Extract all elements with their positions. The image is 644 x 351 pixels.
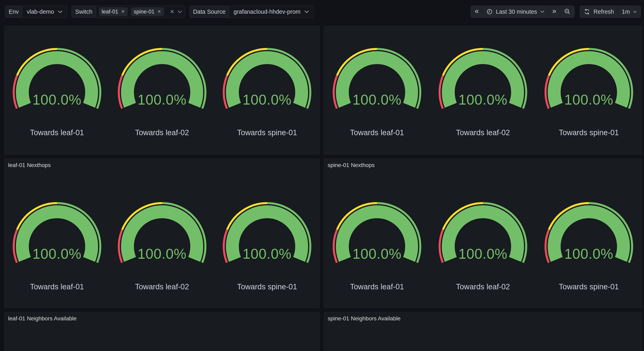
zoom-out-icon	[564, 9, 570, 15]
panel-title[interactable]: leaf-01 Neighbors Available	[4, 312, 320, 323]
gauge-cell: 100.0%Towards leaf-02	[430, 200, 536, 291]
refresh-icon	[584, 9, 590, 15]
gauge-label: Towards spine-01	[221, 128, 313, 137]
datasource-select[interactable]: grafanacloud-hhdev-prom	[229, 6, 313, 18]
refresh-interval-value: 1m	[622, 9, 630, 15]
gauge-row: 100.0%Towards leaf-01100.0%Towards leaf-…	[4, 170, 320, 291]
env-value: vlab-demo	[27, 9, 54, 15]
gauge-cell: 100.0%Towards spine-01	[214, 200, 320, 291]
gauge-cell: 100.0%Towards leaf-01	[324, 200, 430, 291]
dashboard-grid: 100.0%Towards leaf-01100.0%Towards leaf-…	[4, 26, 642, 351]
panel-uplinks-leaf: 100.0%Towards leaf-01100.0%Towards leaf-…	[4, 26, 320, 155]
gauge-label: Towards spine-01	[542, 282, 635, 291]
gauge-row: 100.0%Towards leaf-01100.0%Towards leaf-…	[324, 37, 642, 137]
gauge-label: Towards spine-01	[221, 282, 313, 291]
gauge-cell: 100.0%Towards leaf-02	[110, 46, 215, 137]
gauge-cell: 100.0%Towards leaf-02	[430, 46, 536, 137]
switch-tag-leaf-01[interactable]: leaf-01 ✕	[99, 7, 128, 16]
clock-icon	[486, 9, 492, 15]
panel-title[interactable]	[324, 26, 642, 37]
panel-title[interactable]: spine-01 Nexthops	[324, 159, 642, 170]
gauge: 100.0%Towards spine-01	[542, 46, 635, 137]
panel-uplinks-spine: 100.0%Towards leaf-01100.0%Towards leaf-…	[324, 26, 642, 155]
gauge: 100.0%Towards leaf-02	[436, 200, 529, 291]
chevron-down-icon	[58, 11, 62, 13]
panel-spine-nexthops: spine-01 Nexthops 100.0%Towards leaf-011…	[324, 159, 642, 308]
tag-close-icon[interactable]: ✕	[121, 10, 125, 14]
gauge: 100.0%Towards leaf-02	[436, 46, 529, 137]
gauge-label: Towards leaf-02	[436, 128, 529, 137]
tag-text: spine-01	[134, 9, 155, 15]
time-shift-back-button[interactable]: «	[471, 6, 482, 18]
gauge-value: 100.0%	[11, 93, 103, 107]
panel-leaf-nexthops: leaf-01 Nexthops 100.0%Towards leaf-0110…	[4, 159, 320, 308]
refresh-label: Refresh	[594, 9, 614, 15]
chevron-down-icon	[540, 11, 544, 13]
gauge-cell: 100.0%Towards leaf-01	[4, 46, 110, 137]
gauge-label: Towards leaf-02	[436, 282, 529, 291]
gauge-label: Towards leaf-01	[331, 282, 423, 291]
gauge-value: 100.0%	[11, 247, 103, 261]
panel-title[interactable]: leaf-01 Nexthops	[4, 159, 320, 170]
env-variable: Env vlab-demo	[5, 6, 67, 18]
variable-controls: Env vlab-demo Switch leaf-01 ✕ spine-01 …	[5, 6, 314, 18]
gauge-label: Towards leaf-02	[116, 282, 208, 291]
gauge-value: 100.0%	[542, 247, 635, 261]
panel-title[interactable]: spine-01 Neighbors Available	[324, 312, 642, 323]
time-range-label: Last 30 minutes	[496, 9, 537, 15]
gauge: 100.0%Towards spine-01	[221, 46, 313, 137]
refresh-button[interactable]: Refresh	[580, 6, 618, 18]
switch-tag-spine-01[interactable]: spine-01 ✕	[131, 7, 164, 16]
gauge-cell: 100.0%Towards leaf-01	[324, 46, 430, 137]
tag-text: leaf-01	[102, 9, 118, 15]
time-controls: « Last 30 minutes »	[470, 6, 641, 18]
gauge-value: 100.0%	[221, 247, 313, 261]
gauge: 100.0%Towards leaf-02	[116, 200, 208, 291]
panel-title[interactable]	[4, 26, 320, 37]
gauge-cell: 100.0%Towards leaf-02	[110, 200, 215, 291]
gauge-cell: 100.0%Towards spine-01	[536, 46, 642, 137]
refresh-group: Refresh 1m	[580, 6, 641, 18]
clear-all-icon[interactable]: ✕	[170, 9, 174, 14]
time-shift-forward-button[interactable]: »	[548, 6, 560, 18]
gauge-value: 100.0%	[221, 93, 313, 107]
gauge-label: Towards leaf-01	[331, 128, 423, 137]
panel-spine-neighbors: spine-01 Neighbors Available	[324, 312, 642, 351]
gauge-label: Towards spine-01	[542, 128, 635, 137]
chevron-down-icon	[304, 11, 309, 13]
datasource-value: grafanacloud-hhdev-prom	[234, 9, 300, 15]
gauge: 100.0%Towards leaf-02	[116, 46, 208, 137]
switch-select[interactable]: leaf-01 ✕ spine-01 ✕ ✕	[96, 6, 185, 18]
gauge-row: 100.0%Towards leaf-01100.0%Towards leaf-…	[324, 170, 642, 291]
gauge-row: 100.0%Towards leaf-01100.0%Towards leaf-…	[4, 37, 320, 137]
gauge-value: 100.0%	[542, 93, 635, 107]
gauge: 100.0%Towards leaf-01	[11, 200, 103, 291]
gauge-value: 100.0%	[116, 93, 208, 107]
env-select[interactable]: vlab-demo	[22, 6, 67, 18]
gauge: 100.0%Towards leaf-01	[331, 200, 423, 291]
gauge-cell: 100.0%Towards spine-01	[536, 200, 642, 291]
gauge-cell: 100.0%Towards leaf-01	[4, 200, 110, 291]
gauge-value: 100.0%	[116, 247, 208, 261]
gauge-label: Towards leaf-02	[116, 128, 208, 137]
refresh-interval-select[interactable]: 1m	[618, 6, 640, 18]
timepicker-button[interactable]: Last 30 minutes	[482, 6, 548, 18]
double-chevron-left-icon: «	[475, 8, 479, 16]
gauge: 100.0%Towards spine-01	[221, 200, 313, 291]
gauge-value: 100.0%	[331, 93, 423, 107]
gauge: 100.0%Towards leaf-01	[11, 46, 103, 137]
switch-variable: Switch leaf-01 ✕ spine-01 ✕ ✕	[72, 6, 185, 18]
double-chevron-right-icon: »	[552, 8, 556, 16]
gauge-label: Towards leaf-01	[11, 282, 103, 291]
gauge: 100.0%Towards leaf-01	[331, 46, 423, 137]
gauge-value: 100.0%	[436, 93, 529, 107]
timepicker-group: « Last 30 minutes »	[470, 6, 574, 18]
zoom-out-button[interactable]	[560, 6, 574, 18]
gauge-value: 100.0%	[331, 247, 423, 261]
tag-close-icon[interactable]: ✕	[157, 10, 161, 14]
gauge-value: 100.0%	[436, 247, 529, 261]
panel-leaf-neighbors: leaf-01 Neighbors Available	[4, 312, 320, 351]
switch-label: Switch	[72, 6, 96, 18]
chevron-down-icon	[178, 11, 182, 13]
env-label: Env	[5, 6, 22, 18]
